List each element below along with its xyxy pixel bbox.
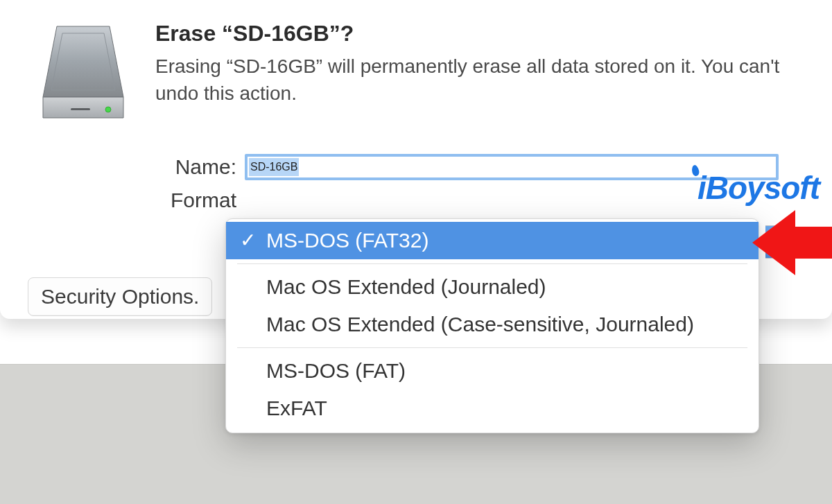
format-option-label: Mac OS Extended (Journaled) (266, 275, 546, 298)
format-option[interactable]: Mac OS Extended (Case-sensitive, Journal… (226, 306, 759, 343)
format-option[interactable]: ExFAT (226, 390, 759, 427)
dropdown-separator (237, 263, 747, 264)
format-dropdown-menu: ✓MS-DOS (FAT32)Mac OS Extended (Journale… (225, 218, 759, 433)
security-options-button[interactable]: Security Options. (28, 277, 212, 316)
checkmark-icon: ✓ (240, 229, 256, 252)
watermark-text: iBoysoft (697, 170, 820, 206)
format-option[interactable]: ✓MS-DOS (FAT32) (226, 222, 759, 259)
format-option-label: ExFAT (266, 397, 327, 419)
svg-marker-1 (43, 97, 123, 118)
external-drive-icon (28, 19, 139, 130)
dialog-subtitle: Erasing “SD-16GB” will permanently erase… (155, 53, 804, 107)
dropdown-separator (237, 347, 747, 348)
format-option[interactable]: MS-DOS (FAT) (226, 352, 759, 390)
svg-marker-5 (752, 210, 832, 275)
annotation-arrow-icon (752, 205, 832, 281)
watermark-logo: iBoysoft (697, 169, 820, 207)
svg-rect-3 (71, 108, 90, 110)
format-option-label: Mac OS Extended (Case-sensitive, Journal… (266, 313, 694, 336)
name-label: Name: (151, 155, 245, 179)
format-option-label: MS-DOS (FAT32) (266, 229, 428, 252)
svg-point-4 (105, 107, 111, 112)
format-option-label: MS-DOS (FAT) (266, 359, 406, 382)
format-label: Format (151, 189, 245, 212)
svg-marker-0 (43, 26, 123, 97)
dialog-title: Erase “SD-16GB”? (155, 21, 804, 46)
name-field-value: SD-16GB (249, 158, 299, 176)
format-option[interactable]: Mac OS Extended (Journaled) (226, 268, 759, 306)
